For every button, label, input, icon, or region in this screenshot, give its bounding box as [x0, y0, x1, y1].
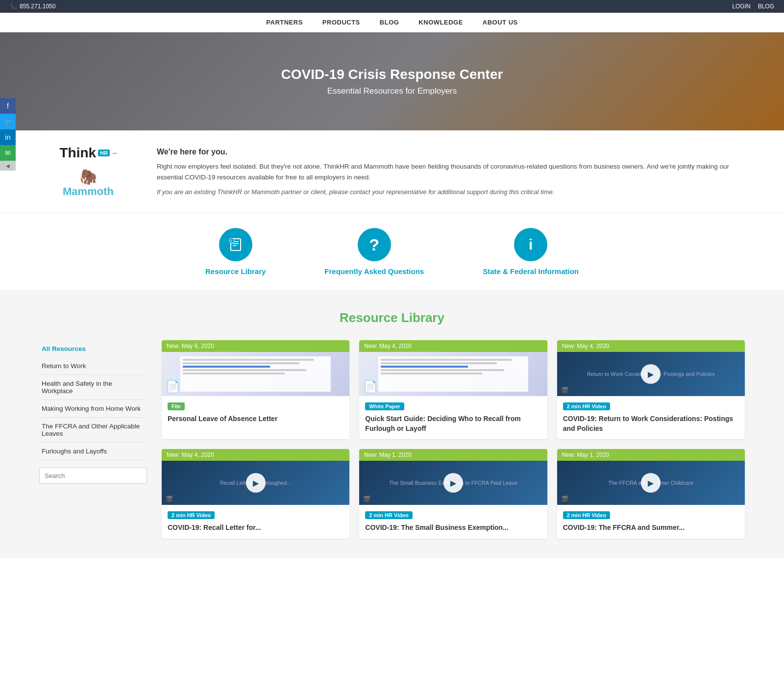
card-3-body: 2 min HR Video COVID-19: Return to Work …	[557, 396, 745, 439]
card-6-image: The FFCRA and Summer Childcare ▶ 🎬	[557, 461, 745, 505]
main-nav: PARTNERS PRODUCTS BLOG KNOWLEDGE ABOUT U…	[0, 13, 784, 32]
phone-text: 855.271.1050	[20, 3, 55, 10]
card-3-image: Return to Work Considerations: Postings …	[557, 352, 745, 396]
card-1-title: Personal Leave of Absence Letter	[168, 414, 343, 424]
card-5[interactable]: New: May 1, 2020 The Small Business Exem…	[359, 449, 547, 539]
nav-about[interactable]: ABOUT US	[483, 19, 518, 26]
card-3-header: New: May 4, 2020	[557, 340, 745, 352]
card-4-image: Recall Letter for Furloughed... ▶ 🎬	[162, 461, 349, 505]
card-4-title: COVID-19: Recall Letter for...	[168, 523, 343, 533]
nav-products[interactable]: PRODUCTS	[322, 19, 360, 26]
card-1-body: File Personal Leave of Absence Letter	[162, 396, 349, 430]
faq-icon: ?	[358, 228, 391, 261]
mammoth-logo: 🦣 Mammoth	[63, 168, 114, 198]
resource-library-icon: ≡	[219, 228, 252, 261]
card-1[interactable]: New: May 6, 2020 📄 File Personal Leave o…	[162, 340, 349, 439]
twitter-button[interactable]: 🐦	[0, 114, 16, 129]
sidebar-link-health[interactable]: Health and Safety in the Workplace	[39, 375, 147, 400]
nav-blog[interactable]: BLOG	[380, 19, 399, 26]
sidebar-link-ffcra[interactable]: The FFCRA and Other Applicable Leaves	[39, 418, 147, 443]
card-3[interactable]: New: May 4, 2020 Return to Work Consider…	[557, 340, 745, 439]
sidebar-link-wfh[interactable]: Making Working from Home Work	[39, 400, 147, 418]
video-icon-3: 🎬	[561, 387, 568, 394]
sidebar-link-furlough[interactable]: Furloughs and Layoffs	[39, 443, 147, 460]
card-4[interactable]: New: May 4, 2020 Recall Letter for Furlo…	[162, 449, 349, 539]
card-3-new: New: May 4, 2020	[562, 343, 610, 350]
top-bar-links: LOGIN BLOG	[732, 3, 774, 10]
card-5-image: The Small Business Exemption to FFCRA Pa…	[359, 461, 547, 505]
linkedin-button[interactable]: in	[0, 129, 16, 145]
hr-badge: HR	[98, 150, 110, 156]
mammoth-icon: 🦣	[79, 168, 97, 185]
resource-layout: All Resources Return to Work Health and …	[39, 340, 745, 539]
card-3-badge: 2 min HR Video	[563, 402, 610, 410]
logos-container: Think HR ••• 🦣 Mammoth	[39, 145, 137, 198]
card-1-badge: File	[168, 402, 185, 410]
think-text: Think	[60, 145, 97, 161]
doc-icon-1: 📄	[166, 380, 180, 394]
email-button[interactable]: ✉	[0, 145, 16, 161]
video-icon-4: 🎬	[166, 496, 173, 502]
blog-link[interactable]: BLOG	[758, 3, 774, 10]
hero-title: COVID-19 Crisis Response Center	[281, 67, 503, 82]
thinkhr-logo: Think HR •••	[60, 145, 117, 161]
card-6-title: COVID-19: The FFCRA and Summer...	[563, 523, 739, 533]
card-2-body: White Paper Quick Start Guide: Deciding …	[359, 396, 547, 439]
card-5-badge: 2 min HR Video	[365, 511, 412, 519]
resource-library-icon-item[interactable]: ≡ Resource Library	[205, 228, 266, 275]
state-federal-icon-item[interactable]: i State & Federal Information	[483, 228, 579, 275]
nav-knowledge[interactable]: KNOWLEDGE	[418, 19, 463, 26]
hero-section: COVID-19 Crisis Response Center Essentia…	[0, 32, 784, 130]
card-2[interactable]: New: May 4, 2020 📄 White Paper Quick Sta…	[359, 340, 547, 439]
facebook-button[interactable]: f	[0, 98, 16, 114]
card-5-body: 2 min HR Video COVID-19: The Small Busin…	[359, 505, 547, 539]
card-1-image: 📄	[162, 352, 349, 396]
sidebar-link-all[interactable]: All Resources	[39, 340, 147, 357]
card-4-body: 2 min HR Video COVID-19: Recall Letter f…	[162, 505, 349, 539]
phone-icon: 📞	[10, 3, 17, 10]
icons-row: ≡ Resource Library ? Frequently Asked Qu…	[0, 213, 784, 291]
card-2-badge: White Paper	[365, 402, 404, 410]
card-1-header: New: May 6, 2020	[162, 340, 349, 352]
card-4-header: New: May 4, 2020	[162, 449, 349, 461]
cards-grid: New: May 6, 2020 📄 File Personal Leave o…	[162, 340, 745, 539]
card-6-header: New: May 1, 2020	[557, 449, 745, 461]
video-icon-6: 🎬	[561, 496, 568, 502]
play-button-5: ▶	[443, 473, 463, 493]
resource-library-title: Resource Library	[39, 310, 745, 325]
card-2-new: New: May 4, 2020	[364, 343, 412, 350]
faq-icon-item[interactable]: ? Frequently Asked Questions	[324, 228, 424, 275]
login-link[interactable]: LOGIN	[732, 3, 750, 10]
card-6-badge: 2 min HR Video	[563, 511, 610, 519]
state-federal-icon: i	[514, 228, 547, 261]
social-sidebar: f 🐦 in ✉ ◀	[0, 98, 16, 171]
card-2-header: New: May 4, 2020	[359, 340, 547, 352]
card-6-new: New: May 1, 2020	[562, 451, 610, 458]
sidebar-search-input[interactable]	[39, 468, 147, 484]
mammoth-text: Mammoth	[63, 185, 114, 198]
nav-partners[interactable]: PARTNERS	[266, 19, 303, 26]
svg-text:≡: ≡	[230, 239, 232, 243]
resource-library-section: Resource Library All Resources Return to…	[0, 291, 784, 558]
sidebar-link-return[interactable]: Return to Work	[39, 357, 147, 375]
card-6[interactable]: New: May 1, 2020 The FFCRA and Summer Ch…	[557, 449, 745, 539]
top-bar: 📞 855.271.1050 LOGIN BLOG	[0, 0, 784, 13]
faq-label: Frequently Asked Questions	[324, 267, 424, 275]
about-body1: Right now employers feel isolated. But t…	[157, 161, 745, 182]
card-4-new: New: May 4, 2020	[167, 451, 214, 458]
hide-social-button[interactable]: ◀	[0, 161, 16, 171]
hero-subtitle: Essential Resources for Employers	[281, 86, 503, 96]
logo-dots: •••	[113, 151, 117, 155]
card-5-title: COVID-19: The Small Business Exemption..…	[365, 523, 541, 533]
card-5-new: New: May 1, 2020	[364, 451, 412, 458]
about-text-block: We're here for you. Right now employers …	[157, 148, 745, 195]
card-6-body: 2 min HR Video COVID-19: The FFCRA and S…	[557, 505, 745, 539]
card-4-badge: 2 min HR Video	[168, 511, 215, 519]
about-section: Think HR ••• 🦣 Mammoth We're here for yo…	[0, 130, 784, 213]
resource-sidebar: All Resources Return to Work Health and …	[39, 340, 147, 539]
resource-library-label: Resource Library	[205, 267, 266, 275]
card-1-new: New: May 6, 2020	[167, 343, 214, 350]
video-icon-5: 🎬	[363, 496, 370, 502]
about-body2: If you are an existing ThinkHR or Mammot…	[157, 188, 554, 196]
card-5-header: New: May 1, 2020	[359, 449, 547, 461]
